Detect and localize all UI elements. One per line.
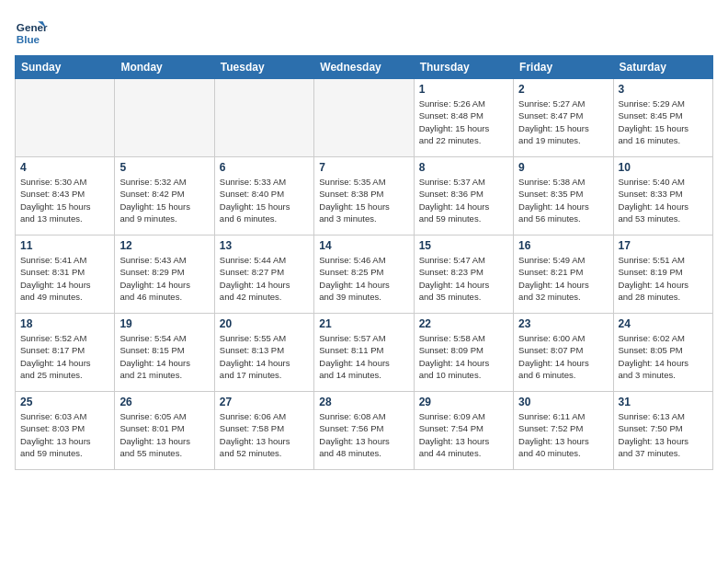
calendar-cell: 9Sunrise: 5:38 AM Sunset: 8:35 PM Daylig… [514,157,613,236]
day-info: Sunrise: 6:09 AM Sunset: 7:54 PM Dayligh… [419,410,508,459]
day-info: Sunrise: 5:57 AM Sunset: 8:11 PM Dayligh… [319,332,408,381]
week-row-1: 1Sunrise: 5:26 AM Sunset: 8:48 PM Daylig… [16,79,713,157]
day-number: 21 [319,317,408,330]
calendar-cell [214,79,313,157]
day-info: Sunrise: 5:54 AM Sunset: 8:15 PM Dayligh… [119,332,209,381]
day-number: 17 [619,239,708,252]
day-number: 26 [119,396,209,408]
day-info: Sunrise: 5:40 AM Sunset: 8:33 PM Dayligh… [619,176,708,224]
day-number: 12 [119,239,209,252]
col-header-thursday: Thursday [414,56,513,79]
col-header-saturday: Saturday [613,56,712,79]
day-info: Sunrise: 5:58 AM Sunset: 8:09 PM Dayligh… [419,332,508,381]
day-info: Sunrise: 6:02 AM Sunset: 8:05 PM Dayligh… [619,332,708,381]
logo-icon: General Blue [15,15,48,48]
day-info: Sunrise: 6:11 AM Sunset: 7:52 PM Dayligh… [518,410,608,459]
day-number: 27 [220,396,309,408]
day-number: 8 [419,161,508,174]
calendar-cell: 6Sunrise: 5:33 AM Sunset: 8:40 PM Daylig… [214,157,313,236]
calendar-cell: 7Sunrise: 5:35 AM Sunset: 8:38 PM Daylig… [314,157,414,236]
calendar-cell: 20Sunrise: 5:55 AM Sunset: 8:13 PM Dayli… [214,314,313,392]
calendar-cell: 17Sunrise: 5:51 AM Sunset: 8:19 PM Dayli… [613,236,712,314]
calendar-cell: 10Sunrise: 5:40 AM Sunset: 8:33 PM Dayli… [613,157,712,236]
week-row-2: 4Sunrise: 5:30 AM Sunset: 8:43 PM Daylig… [16,157,713,236]
day-number: 14 [319,239,408,252]
col-header-friday: Friday [514,56,613,79]
calendar-header-row: SundayMondayTuesdayWednesdayThursdayFrid… [16,56,713,79]
calendar-cell [115,79,214,157]
calendar-cell: 24Sunrise: 6:02 AM Sunset: 8:05 PM Dayli… [613,314,712,392]
week-row-5: 25Sunrise: 6:03 AM Sunset: 8:03 PM Dayli… [16,392,713,470]
calendar-cell: 2Sunrise: 5:27 AM Sunset: 8:47 PM Daylig… [514,79,613,157]
calendar-cell: 18Sunrise: 5:52 AM Sunset: 8:17 PM Dayli… [16,314,115,392]
calendar-cell: 13Sunrise: 5:44 AM Sunset: 8:27 PM Dayli… [214,236,313,314]
day-number: 19 [119,317,209,330]
calendar-cell: 8Sunrise: 5:37 AM Sunset: 8:36 PM Daylig… [414,157,513,236]
day-info: Sunrise: 5:38 AM Sunset: 8:35 PM Dayligh… [518,176,608,224]
day-number: 2 [518,83,608,96]
calendar-cell: 4Sunrise: 5:30 AM Sunset: 8:43 PM Daylig… [16,157,115,236]
calendar-cell: 27Sunrise: 6:06 AM Sunset: 7:58 PM Dayli… [214,392,313,470]
day-number: 5 [119,161,209,174]
day-info: Sunrise: 5:30 AM Sunset: 8:43 PM Dayligh… [20,176,109,224]
calendar-cell: 25Sunrise: 6:03 AM Sunset: 8:03 PM Dayli… [16,392,115,470]
day-info: Sunrise: 6:05 AM Sunset: 8:01 PM Dayligh… [119,410,209,459]
day-number: 18 [20,317,109,330]
calendar-cell: 21Sunrise: 5:57 AM Sunset: 8:11 PM Dayli… [314,314,414,392]
day-number: 16 [518,239,608,252]
col-header-sunday: Sunday [16,56,115,79]
day-number: 31 [619,396,708,408]
day-number: 28 [319,396,408,408]
day-info: Sunrise: 5:49 AM Sunset: 8:21 PM Dayligh… [518,254,608,303]
day-info: Sunrise: 5:35 AM Sunset: 8:38 PM Dayligh… [319,176,408,224]
calendar-cell: 1Sunrise: 5:26 AM Sunset: 8:48 PM Daylig… [414,79,513,157]
calendar-cell: 14Sunrise: 5:46 AM Sunset: 8:25 PM Dayli… [314,236,414,314]
day-info: Sunrise: 5:52 AM Sunset: 8:17 PM Dayligh… [20,332,109,381]
day-info: Sunrise: 5:46 AM Sunset: 8:25 PM Dayligh… [319,254,408,303]
day-info: Sunrise: 5:37 AM Sunset: 8:36 PM Dayligh… [419,176,508,224]
day-info: Sunrise: 6:08 AM Sunset: 7:56 PM Dayligh… [319,410,408,459]
calendar-cell [314,79,414,157]
day-number: 4 [20,161,109,174]
calendar-cell: 15Sunrise: 5:47 AM Sunset: 8:23 PM Dayli… [414,236,513,314]
calendar-cell: 23Sunrise: 6:00 AM Sunset: 8:07 PM Dayli… [514,314,613,392]
day-number: 1 [419,83,508,96]
logo: General Blue [15,15,51,48]
calendar-cell: 19Sunrise: 5:54 AM Sunset: 8:15 PM Dayli… [115,314,214,392]
calendar-table: SundayMondayTuesdayWednesdayThursdayFrid… [15,55,713,470]
calendar-cell: 16Sunrise: 5:49 AM Sunset: 8:21 PM Dayli… [514,236,613,314]
calendar-cell [16,79,115,157]
col-header-wednesday: Wednesday [314,56,414,79]
calendar-cell: 29Sunrise: 6:09 AM Sunset: 7:54 PM Dayli… [414,392,513,470]
day-info: Sunrise: 5:27 AM Sunset: 8:47 PM Dayligh… [518,98,608,146]
day-number: 13 [220,239,309,252]
week-row-4: 18Sunrise: 5:52 AM Sunset: 8:17 PM Dayli… [16,314,713,392]
day-number: 3 [619,83,708,96]
calendar-cell: 28Sunrise: 6:08 AM Sunset: 7:56 PM Dayli… [314,392,414,470]
day-info: Sunrise: 6:03 AM Sunset: 8:03 PM Dayligh… [20,410,109,459]
day-number: 6 [220,161,309,174]
day-number: 20 [220,317,309,330]
day-number: 24 [619,317,708,330]
day-number: 29 [419,396,508,408]
day-number: 7 [319,161,408,174]
day-number: 30 [518,396,608,408]
day-number: 22 [419,317,508,330]
day-info: Sunrise: 6:06 AM Sunset: 7:58 PM Dayligh… [220,410,309,459]
day-number: 25 [20,396,109,408]
calendar-cell: 5Sunrise: 5:32 AM Sunset: 8:42 PM Daylig… [115,157,214,236]
calendar-cell: 30Sunrise: 6:11 AM Sunset: 7:52 PM Dayli… [514,392,613,470]
day-info: Sunrise: 5:32 AM Sunset: 8:42 PM Dayligh… [119,176,209,224]
calendar-cell: 3Sunrise: 5:29 AM Sunset: 8:45 PM Daylig… [613,79,712,157]
calendar-cell: 11Sunrise: 5:41 AM Sunset: 8:31 PM Dayli… [16,236,115,314]
day-number: 15 [419,239,508,252]
day-info: Sunrise: 5:29 AM Sunset: 8:45 PM Dayligh… [619,98,708,146]
day-number: 23 [518,317,608,330]
calendar-cell: 26Sunrise: 6:05 AM Sunset: 8:01 PM Dayli… [115,392,214,470]
svg-text:Blue: Blue [17,33,40,45]
day-info: Sunrise: 6:13 AM Sunset: 7:50 PM Dayligh… [619,410,708,459]
day-number: 11 [20,239,109,252]
page-header: General Blue [15,15,713,48]
day-number: 10 [619,161,708,174]
day-info: Sunrise: 5:41 AM Sunset: 8:31 PM Dayligh… [20,254,109,303]
